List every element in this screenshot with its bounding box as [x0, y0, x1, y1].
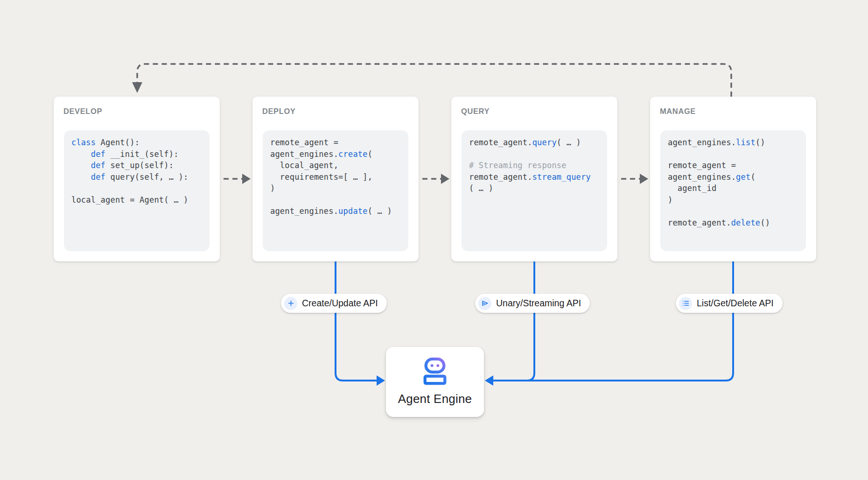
- robot-icon: [420, 357, 450, 385]
- card-query-title: QUERY: [461, 107, 490, 116]
- code-line: remote_agent =: [270, 137, 401, 148]
- agent-engine-label: Agent Engine: [398, 392, 472, 406]
- deploy-code-block: remote_agent =agent_engines.create( loca…: [263, 130, 408, 251]
- develop-code-block: class Agent(): def __init_(self): def se…: [64, 130, 210, 251]
- diagram-canvas: DEVELOP class Agent(): def __init_(self)…: [0, 0, 868, 480]
- query-code-block: remote_agent.query( … ) # Streaming resp…: [462, 130, 607, 251]
- card-manage: MANAGE agent_engines.list() remote_agent…: [650, 97, 816, 261]
- feedback-loop-dashed-connector: [137, 64, 731, 97]
- query-to-manage-arrowhead-icon: [640, 174, 648, 184]
- code-line: ): [668, 194, 798, 206]
- code-line: remote_agent.query( … ): [469, 137, 600, 148]
- card-manage-title: MANAGE: [660, 107, 696, 116]
- code-line: [668, 148, 798, 160]
- card-develop: DEVELOP class Agent(): def __init_(self)…: [54, 97, 220, 261]
- code-line: [270, 194, 401, 206]
- code-line: agent_engines.update( … ): [270, 205, 401, 217]
- card-deploy-title: DEPLOY: [262, 107, 295, 116]
- list-icon: [679, 297, 692, 310]
- deploy-to-engine-connector: [336, 261, 377, 381]
- card-develop-title: DEVELOP: [63, 107, 102, 116]
- plus-icon: [284, 297, 297, 310]
- deploy-to-query-arrowhead-icon: [441, 174, 449, 184]
- code-line: agent_engines.create(: [270, 148, 401, 160]
- code-line: agent_engines.get(: [668, 171, 798, 183]
- feedback-loop-arrowhead-icon: [132, 82, 142, 93]
- manage-to-engine-connector: [493, 261, 733, 381]
- code-line: # Streaming response: [469, 160, 600, 171]
- card-deploy: DEPLOY remote_agent =agent_engines.creat…: [252, 97, 419, 261]
- code-line: remote_agent =: [668, 160, 798, 171]
- pill-unary-streaming-api-label: Unary/Streaming API: [496, 298, 581, 309]
- code-line: remote_agent.stream_query: [469, 171, 600, 183]
- pill-list-get-delete-api: List/Get/Delete API: [676, 294, 783, 313]
- code-line: requirements=[ … ],: [270, 171, 401, 183]
- code-line: remote_agent.delete(): [668, 217, 798, 229]
- code-line: agent_engines.list(): [668, 137, 798, 148]
- develop-to-deploy-arrowhead-icon: [242, 174, 251, 184]
- card-query: QUERY remote_agent.query( … ) # Streamin…: [451, 97, 617, 261]
- send-icon: [478, 297, 491, 310]
- code-line: [469, 148, 600, 160]
- pill-unary-streaming-api: Unary/Streaming API: [475, 294, 590, 313]
- code-line: ): [270, 183, 401, 194]
- code-line: def query(self, … ):: [71, 171, 202, 183]
- code-line: [668, 205, 798, 217]
- code-line: ( … ): [469, 183, 600, 194]
- pill-list-get-delete-api-label: List/Get/Delete API: [697, 298, 774, 309]
- code-line: local_agent = Agent( … ): [71, 194, 202, 206]
- manage-to-engine-arrowhead-icon: [485, 375, 493, 386]
- code-line: def set_up(self):: [71, 160, 202, 171]
- code-line: def __init_(self):: [71, 148, 202, 160]
- deploy-to-engine-arrowhead-icon: [377, 375, 385, 386]
- code-line: [71, 183, 202, 194]
- pill-create-update-api: Create/Update API: [281, 294, 387, 313]
- pill-create-update-api-label: Create/Update API: [302, 298, 378, 309]
- agent-engine-node: Agent Engine: [386, 347, 484, 417]
- manage-code-block: agent_engines.list() remote_agent =agent…: [660, 130, 806, 251]
- code-line: agent_id: [668, 183, 798, 194]
- code-line: class Agent():: [71, 137, 202, 148]
- code-line: local_agent,: [270, 160, 401, 171]
- query-to-engine-connector: [519, 261, 534, 381]
